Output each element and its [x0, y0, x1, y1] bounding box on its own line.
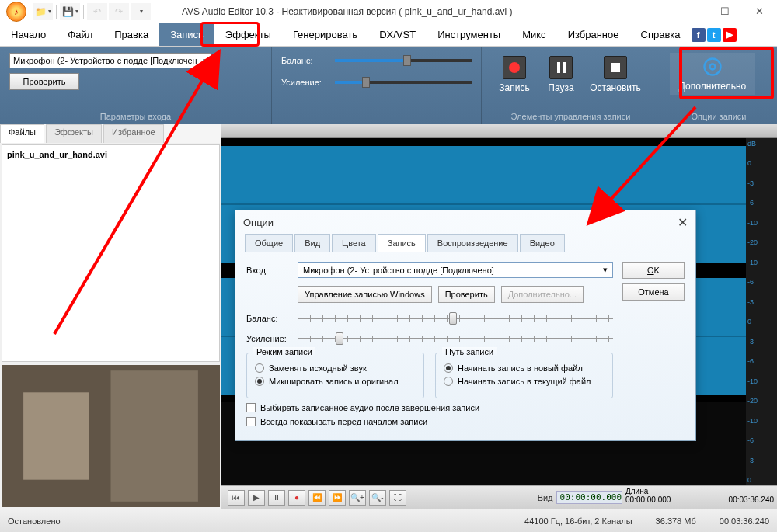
qat-folder-icon[interactable]: 📁▾ [33, 3, 53, 20]
menu-record[interactable]: Запись [159, 23, 214, 46]
svg-point-0 [705, 59, 721, 75]
file-list[interactable]: pink_u_and_ur_hand.avi [2, 144, 220, 362]
menu-file[interactable]: Файл [57, 23, 103, 46]
app-logo-icon: ♪ [6, 2, 26, 22]
stop-icon [604, 56, 627, 79]
dlg-input-combo[interactable]: Микрофон (2- Устройство с подде [Подключ… [298, 262, 613, 278]
qat-redo-icon[interactable]: ↷ [109, 3, 129, 20]
tb-pause-icon[interactable]: ⏸ [268, 490, 285, 506]
dialog-title-bar[interactable]: Опции ✕ [235, 210, 695, 234]
pause-button[interactable]: Пауза [538, 53, 584, 96]
dtab-record[interactable]: Запись [378, 234, 426, 252]
qat-undo-icon[interactable]: ↶ [87, 3, 107, 20]
pause-icon [549, 56, 573, 79]
status-sample: 44100 Гц, 16-бит, 2 Каналы [524, 516, 632, 526]
quick-access-toolbar: 📁▾ 💾▾ ↶ ↷ ▾ [33, 3, 151, 20]
tb-next-icon[interactable]: ⏩ [329, 490, 346, 506]
window-title: AVS Audio Editor 10.3 - Неактивированная… [151, 6, 672, 17]
tab-files[interactable]: Файлы [0, 124, 44, 143]
input-device-dropdown[interactable]: Микрофон (2- Устройство с подде [Подключ… [9, 53, 211, 68]
dlg-input-label: Вход: [246, 266, 290, 275]
dlg-gain-label: Усиление: [246, 334, 290, 343]
record-button[interactable]: Запись [491, 53, 538, 96]
menu-generate[interactable]: Генерировать [282, 23, 368, 46]
dtab-playback[interactable]: Воспроизведение [427, 234, 518, 252]
file-item[interactable]: pink_u_and_ur_hand.avi [5, 148, 216, 161]
status-state: Остановлено [8, 516, 61, 526]
dtab-colors[interactable]: Цвета [332, 234, 376, 252]
dlg-mode-mix[interactable]: Микшировать запись и оригинал [255, 377, 416, 386]
dlg-win-rec-button[interactable]: Управление записью Windows [298, 286, 432, 303]
facebook-icon[interactable]: f [692, 28, 706, 42]
qat-more-icon[interactable]: ▾ [131, 3, 151, 20]
menu-tools[interactable]: Инструменты [427, 23, 511, 46]
dlg-cancel-button[interactable]: Отмена [622, 283, 685, 301]
combo-arrow-icon: ▾ [603, 265, 608, 275]
left-tabs: Файлы Эффекты Избранное [0, 124, 221, 143]
dlg-path-group: Путь записи Начинать запись в новый файл… [435, 353, 613, 398]
tb-fit-icon[interactable]: ⛶ [389, 490, 406, 506]
menu-effects[interactable]: Эффекты [214, 23, 282, 46]
record-icon [503, 56, 526, 79]
dlg-balance-label: Баланс: [246, 314, 290, 323]
tab-effects[interactable]: Эффекты [46, 124, 102, 143]
db-scale: dB0-3-6-10-20-10-6-30-3-6-10-20-10-6-30 [746, 138, 777, 485]
maximize-button[interactable]: ☐ [707, 1, 742, 23]
tb-begin-icon[interactable]: ⏮ [228, 490, 245, 506]
menu-help[interactable]: Справка [630, 23, 692, 46]
dlg-path-new[interactable]: Начинать запись в новый файл [444, 363, 605, 373]
menu-favorites[interactable]: Избранное [557, 23, 630, 46]
stop-button[interactable]: Остановить [584, 53, 646, 96]
title-bar: ♪ 📁▾ 💾▾ ↶ ↷ ▾ AVS Audio Editor 10.3 - Не… [0, 0, 777, 23]
ribbon-group-options-label: Опции записи [670, 109, 768, 121]
tb-zoomin-icon[interactable]: 🔍+ [349, 490, 366, 506]
dlg-balance-slider[interactable] [298, 312, 613, 325]
dtab-video[interactable]: Видео [520, 234, 565, 252]
minimize-button[interactable]: — [672, 1, 707, 23]
tab-favorites[interactable]: Избранное [103, 124, 164, 143]
tb-rec-icon[interactable]: ● [288, 490, 305, 506]
length-display: Длина 00:00:00.00000:03:36.240 [622, 485, 777, 509]
status-duration: 00:03:36.240 [720, 516, 769, 526]
dtab-general[interactable]: Общие [245, 234, 293, 252]
advanced-button[interactable]: Дополнительно [670, 53, 755, 95]
status-bar: Остановлено 44100 Гц, 16-бит, 2 Каналы 3… [0, 509, 777, 532]
menu-dxvst[interactable]: DX/VST [368, 23, 427, 46]
balance-label: Баланс: [281, 56, 327, 65]
close-button[interactable]: ✕ [742, 1, 777, 23]
twitter-icon[interactable]: t [707, 28, 721, 42]
menu-nachalo[interactable]: Начало [0, 23, 57, 46]
dlg-check-button[interactable]: Проверить [438, 286, 495, 303]
social-icons: f t ▶ [692, 23, 740, 46]
dlg-mode-replace[interactable]: Заменять исходный звук [255, 363, 416, 373]
gain-label: Усиление: [281, 78, 327, 87]
tb-zoomout-icon[interactable]: 🔍- [369, 490, 386, 506]
youtube-icon[interactable]: ▶ [723, 28, 737, 42]
options-dialog: Опции ✕ Общие Вид Цвета Запись Воспроизв… [235, 210, 696, 441]
svg-point-1 [710, 64, 716, 70]
dlg-chk-show-before[interactable]: Всегда показывать перед началом записи [246, 417, 613, 426]
ribbon-group-input-label: Параметры входа [9, 109, 262, 121]
dialog-tabs: Общие Вид Цвета Запись Воспроизведение В… [235, 234, 695, 252]
dialog-title-text: Опции [243, 217, 274, 228]
dlg-ok-button[interactable]: OOKK [622, 262, 685, 279]
tb-view-label: Вид [538, 493, 553, 502]
dlg-chk-select-after[interactable]: Выбирать записанное аудио после завершен… [246, 403, 613, 412]
dlg-path-current[interactable]: Начинать запись в текущий файл [444, 377, 605, 386]
gain-slider[interactable] [335, 81, 472, 84]
menu-edit[interactable]: Правка [103, 23, 159, 46]
window-controls: — ☐ ✕ [672, 1, 777, 23]
dlg-mode-group: Режим записи Заменять исходный звук Микш… [246, 353, 424, 398]
tb-prev-icon[interactable]: ⏪ [308, 490, 326, 506]
dtab-view[interactable]: Вид [294, 234, 330, 252]
gear-icon [702, 56, 723, 78]
menu-mix[interactable]: Микс [511, 23, 556, 46]
time-ruler[interactable] [221, 124, 777, 138]
qat-save-icon[interactable]: 💾▾ [60, 3, 80, 20]
dialog-close-button[interactable]: ✕ [678, 215, 688, 230]
dlg-gain-slider[interactable] [298, 332, 613, 345]
balance-slider[interactable] [335, 59, 472, 62]
input-device-value: Микрофон (2- Устройство с подде [Подключ… [13, 56, 197, 65]
check-button[interactable]: Проверить [9, 73, 79, 90]
tb-play-icon[interactable]: ▶ [248, 490, 265, 506]
